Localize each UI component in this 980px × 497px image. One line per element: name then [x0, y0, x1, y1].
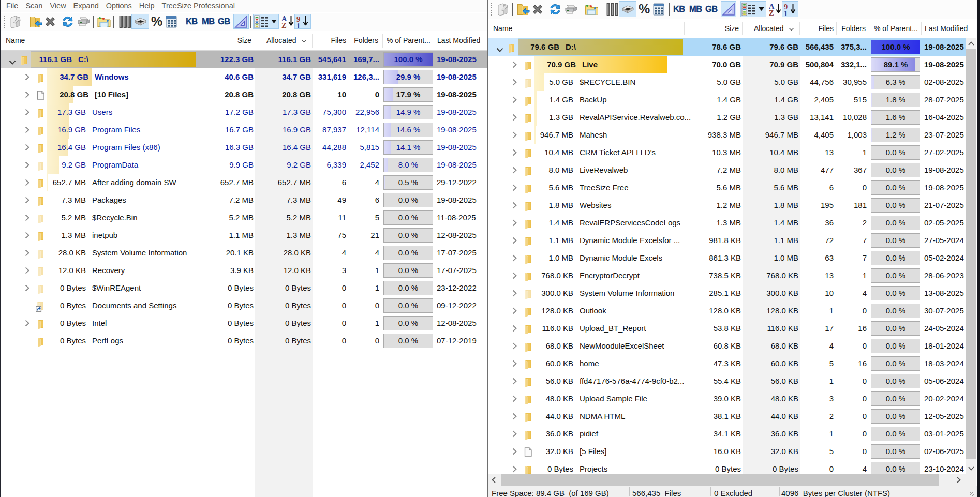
svg-text:Z: Z — [769, 9, 774, 17]
svg-text:Z: Z — [281, 21, 287, 29]
svg-text:1: 1 — [296, 22, 300, 29]
svg-text:1: 1 — [784, 9, 788, 17]
